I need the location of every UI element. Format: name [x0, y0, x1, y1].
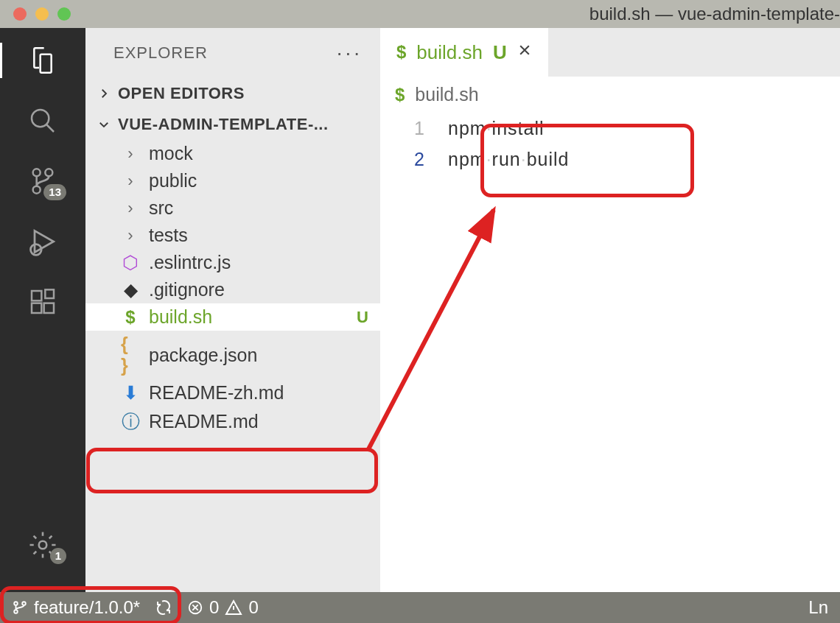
breadcrumb[interactable]: $ build.sh [380, 77, 840, 113]
tree-item-label: .eslintrc.js [149, 252, 231, 273]
svg-point-12 [22, 602, 26, 605]
activity-bar: 13 1 [0, 28, 85, 592]
dollar-icon: $ [395, 85, 405, 105]
chevron-right-icon: › [121, 199, 140, 218]
sidebar-header: EXPLORER ··· [85, 28, 380, 78]
tree-item-label: tests [149, 225, 188, 246]
tree-item-build-sh[interactable]: $build.shU [85, 303, 380, 331]
tree-item-label: build.sh [149, 306, 212, 328]
chevron-right-icon [97, 87, 111, 100]
svg-point-9 [39, 541, 47, 549]
branch-name: feature/1.0.0* [34, 597, 140, 618]
problems-status[interactable]: 0 0 [187, 597, 259, 618]
svg-rect-8 [45, 289, 54, 298]
tab-bar: $ build.sh U [380, 28, 840, 77]
title-bar: build.sh — vue-admin-template- [0, 0, 840, 28]
settings-badge: 1 [50, 548, 66, 564]
run-debug-activity-icon[interactable] [25, 224, 60, 259]
branch-status[interactable]: feature/1.0.0* [12, 597, 140, 618]
tree-item-src[interactable]: ›src [85, 194, 380, 222]
tree-item-tests[interactable]: ›tests [85, 222, 380, 249]
source-control-activity-icon[interactable]: 13 [25, 163, 60, 199]
code-line[interactable]: 1npm·install [380, 113, 840, 144]
svg-point-3 [33, 169, 41, 176]
maximize-window-button[interactable] [57, 7, 71, 21]
minimize-window-button[interactable] [35, 7, 49, 21]
open-editors-section[interactable]: OPEN EDITORS [85, 78, 380, 109]
tree-item-README-md[interactable]: ⓘREADME.md [85, 406, 380, 437]
explorer-activity-icon[interactable] [25, 43, 60, 78]
cursor-position[interactable]: Ln [808, 597, 828, 618]
svg-rect-6 [32, 303, 41, 313]
tree-item-label: mock [149, 143, 193, 164]
tab-status: U [493, 41, 507, 64]
line-number: 1 [380, 118, 448, 139]
chevron-right-icon: › [121, 172, 140, 191]
svg-point-10 [14, 602, 18, 605]
window-title: build.sh — vue-admin-template- [589, 4, 840, 24]
tree-item-package-json[interactable]: { }package.json [85, 331, 380, 379]
chevron-right-icon: › [121, 144, 140, 163]
tree-item-label: src [149, 197, 173, 219]
code-content: npm·run·build [448, 149, 570, 170]
extensions-activity-icon[interactable] [25, 284, 60, 320]
sidebar-more-icon[interactable]: ··· [337, 41, 363, 65]
svg-point-2 [33, 186, 41, 194]
explorer-sidebar: EXPLORER ··· OPEN EDITORS VUE-ADMIN-TEMP… [85, 28, 380, 592]
git-status: U [357, 308, 368, 327]
tree-item-README-zh-md[interactable]: ⬇README-zh.md [85, 379, 380, 406]
chevron-right-icon: › [121, 226, 140, 245]
search-activity-icon[interactable] [25, 103, 60, 138]
svg-rect-5 [32, 291, 41, 300]
scm-badge: 13 [43, 184, 66, 200]
tree-item-label: package.json [149, 345, 257, 366]
tree-item-mock[interactable]: ›mock [85, 140, 380, 167]
settings-activity-icon[interactable]: 1 [25, 527, 60, 563]
svg-rect-7 [44, 303, 54, 313]
svg-point-11 [14, 610, 18, 613]
file-tree: ›mock›public›src›tests⬡.eslintrc.js◆.git… [85, 140, 380, 592]
window-controls [13, 7, 71, 21]
tree-item--eslintrc-js[interactable]: ⬡.eslintrc.js [85, 249, 380, 276]
line-number: 2 [380, 149, 448, 170]
status-bar: feature/1.0.0* 0 0 Ln [0, 592, 840, 623]
project-section[interactable]: VUE-ADMIN-TEMPLATE-... [85, 109, 380, 140]
tree-item-label: README-zh.md [149, 382, 284, 404]
sidebar-title: EXPLORER [113, 43, 208, 63]
chevron-down-icon [97, 118, 111, 131]
close-window-button[interactable] [13, 7, 27, 21]
tab-name: build.sh [416, 41, 483, 64]
tree-item-label: public [149, 170, 197, 191]
dollar-icon: $ [396, 42, 406, 63]
warnings-count: 0 [248, 597, 258, 618]
open-editors-label: OPEN EDITORS [118, 84, 245, 103]
svg-point-0 [32, 110, 49, 127]
close-tab-icon[interactable] [517, 43, 532, 62]
code-line[interactable]: 2npm·run·build [380, 144, 840, 175]
svg-point-1 [45, 169, 52, 176]
editor-area: $ build.sh U $ build.sh 1npm·install2npm… [380, 28, 840, 592]
code-content: npm·install [448, 118, 545, 139]
sync-status[interactable] [155, 599, 172, 616]
tree-item-label: .gitignore [149, 279, 225, 300]
breadcrumb-file: build.sh [415, 84, 478, 105]
tree-item-label: README.md [149, 411, 259, 432]
tab-build-sh[interactable]: $ build.sh U [380, 28, 548, 77]
code-editor[interactable]: 1npm·install2npm·run·build [380, 113, 840, 175]
project-label: VUE-ADMIN-TEMPLATE-... [118, 115, 329, 134]
errors-count: 0 [209, 597, 219, 618]
tree-item-public[interactable]: ›public [85, 167, 380, 194]
tree-item--gitignore[interactable]: ◆.gitignore [85, 276, 380, 303]
